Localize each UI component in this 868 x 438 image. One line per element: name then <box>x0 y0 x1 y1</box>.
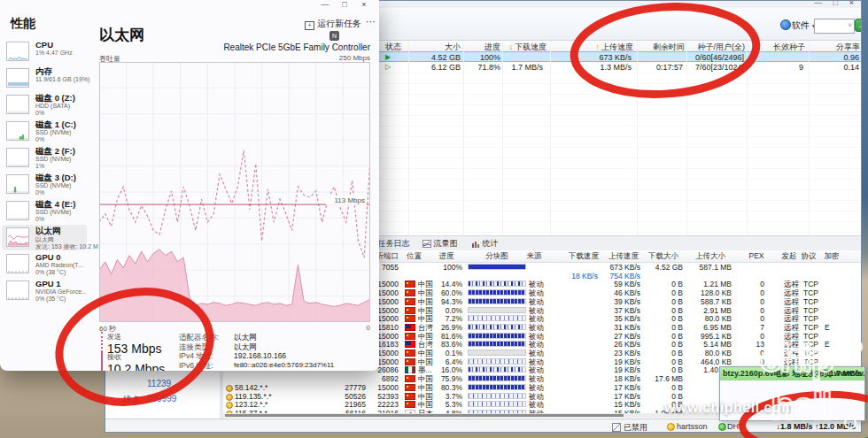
sidebar-item-subtitle2: 0% <box>35 136 44 142</box>
sidebar-item-gpu0[interactable]: GPU 0AMD Radeon(T...0% (38 °C) <box>2 251 87 277</box>
torrent-progress: 100% <box>430 53 500 62</box>
peer-pex: 0 <box>741 280 764 288</box>
status-dht: DHT <box>727 422 744 431</box>
peer-ul-size: 588.7 KB <box>686 297 732 306</box>
software-dropdown[interactable]: 软件 ▾ <box>792 19 816 32</box>
peer-ul-speed: 39 KB/s <box>594 297 640 306</box>
peer-progress: 60.0% <box>427 288 462 297</box>
peer-ul-size: 128.0 KB <box>686 288 732 297</box>
peer-protocol: TCP <box>803 357 818 366</box>
sidebar-item-subtitle: SSD (NVMe) <box>35 209 71 215</box>
tab-chart[interactable]: 流量图 <box>422 238 458 249</box>
peer-dl-size: 0 B <box>642 383 683 392</box>
peer-ul-speed: 15 KB/s <box>594 400 640 409</box>
peer-pex: 0 <box>741 357 764 366</box>
sidebar-item-memory[interactable]: 内存11.9/61.6 GB (19%) <box>2 65 87 91</box>
sidebar-item-disk2[interactable]: 磁盘 2 (F:)SSD (NVMe)1% <box>2 145 87 171</box>
cpu-sparkline <box>6 42 29 61</box>
gpu0-sparkline <box>6 254 29 273</box>
sidebar-item-disk4[interactable]: 磁盘 4 (E:)SSD (NVMe)0% <box>2 198 87 224</box>
peer-progress: 26.9% <box>427 323 462 332</box>
peer-ul-size: 6.95 MB <box>686 323 732 332</box>
peer-pex: 0 <box>741 332 764 341</box>
status-user: hartsson <box>677 422 708 431</box>
sidebar-divider <box>220 372 223 419</box>
tab-stats[interactable]: 统计 <box>472 238 499 249</box>
pieces-map <box>468 307 526 313</box>
rank-label: 排名 <box>123 394 141 406</box>
peer-progress: 0.0% <box>427 306 462 315</box>
rank-value[interactable]: 999999 <box>147 394 176 403</box>
pieces-map <box>468 366 526 373</box>
search-go-button[interactable]: → <box>855 19 862 32</box>
grid-line <box>408 41 409 235</box>
ethernet-sparkline <box>6 227 29 247</box>
peer-dl-size: 0 B <box>642 332 683 341</box>
disabled-icon <box>612 423 621 432</box>
peer-ul-speed: 59 KB/s <box>594 280 640 288</box>
peer-ul-size: 464.0 KB <box>686 357 732 366</box>
peer-progress: 16.0% <box>427 365 462 374</box>
peer-ip: 58.142.*.* <box>235 383 267 392</box>
peer-ul-speed: 673 KB/s <box>594 263 640 272</box>
sidebar-item-cpu[interactable]: CPU1% 4.47 GHz <box>2 39 87 65</box>
peer-encryption: E <box>825 340 830 349</box>
adapter-name: Realtek PCIe 5GbE Family Controller <box>223 42 370 52</box>
minimize-icon[interactable]: — <box>315 0 335 9</box>
score-value[interactable]: 11239 <box>147 379 171 388</box>
sidebar-item-disk1[interactable]: 磁盘 1 (C:)SSD (NVMe)0% <box>2 119 87 144</box>
sidebar-item-title: GPU 0 <box>35 252 61 262</box>
peer-progress: 83.6% <box>427 340 462 349</box>
maximize-icon[interactable]: □ <box>833 0 838 7</box>
torrent-peers: 0/60[46/2496] <box>673 53 744 62</box>
flag-cn-icon <box>405 393 415 400</box>
peer-dl-size: 17.6 MB <box>642 374 683 383</box>
peer-dl-speed: 18 KB/s <box>554 272 598 280</box>
peer-pex: 13 <box>741 340 764 349</box>
flag-cn-icon <box>405 333 415 340</box>
sidebar-item-gpu1[interactable]: GPU 1NVIDIA GeForce...0% (35 °C) <box>2 278 87 304</box>
peer-dl-size: 0 B <box>642 349 683 357</box>
ethernet-title: 以太网 <box>99 25 144 45</box>
minimize-icon[interactable]: — <box>814 0 822 7</box>
sidebar-item-subtitle: AMD Radeon(T... <box>35 262 83 268</box>
sidebar-item-ethernet[interactable]: 以太网以太网发送: 153 接收: 10.2 M <box>2 225 87 250</box>
pieces-map <box>468 350 526 356</box>
more-options-button[interactable]: ⋯ <box>366 16 376 27</box>
flag-tw-icon <box>405 341 415 348</box>
search-input[interactable]: ˅ <box>814 19 855 34</box>
memory-sparkline <box>6 68 29 88</box>
pieces-map <box>468 401 526 407</box>
new-task-icon: + <box>305 21 314 30</box>
peer-ul-size: 995.1 KB <box>686 332 732 341</box>
run-new-task-button[interactable]: +运行新任务 <box>305 18 361 30</box>
scrollbar-thumb[interactable] <box>225 414 624 417</box>
peer-dl-size: 0 B <box>642 323 683 332</box>
torrent-eta: 0:17:57 <box>612 63 683 72</box>
sidebar-item-disk3[interactable]: 磁盘 3 (D:)SSD (NVMe)0% <box>2 172 87 197</box>
peer-encryption: E <box>825 323 830 332</box>
sidebar-item-subtitle2: 0% <box>35 110 44 116</box>
peer-ul-speed: 26 KB/s <box>594 340 640 349</box>
close-icon[interactable]: × <box>354 0 374 9</box>
maximize-icon[interactable]: □ <box>335 0 354 9</box>
peer-column-header[interactable]: 加密 <box>801 251 862 262</box>
torrent-ul: 673 KB/s <box>561 53 632 62</box>
peer-dl-size: 0 B <box>642 314 683 323</box>
peer-listen-port: 15000 <box>368 383 399 392</box>
stat-receive: 接收10.2 Mbps <box>101 352 182 371</box>
grid-line <box>747 41 748 235</box>
sidebar-item-disk0[interactable]: 磁盘 0 (Z:)HDD (SATA)0% <box>2 92 87 118</box>
peer-ul-speed: 18 KB/s <box>594 374 640 383</box>
peer-dl-size: 0 B <box>642 357 683 366</box>
torrent-ratio: 0.14 <box>788 63 859 72</box>
peer-protocol: TCP <box>803 297 818 306</box>
close-icon[interactable]: × <box>849 0 854 7</box>
dht-status-icon <box>718 423 726 431</box>
peer-port: 21965 <box>326 400 366 409</box>
peer-protocol: TCP <box>803 280 818 288</box>
page-title: 性能 <box>11 16 35 32</box>
peer-dl-size: 4.52 GB <box>642 263 683 272</box>
flag-cn-icon <box>405 289 415 296</box>
task-manager-window: —□× 性能 +运行新任务 ⋯ CPU1% 4.47 GHz内存11.9/61.… <box>0 0 379 371</box>
